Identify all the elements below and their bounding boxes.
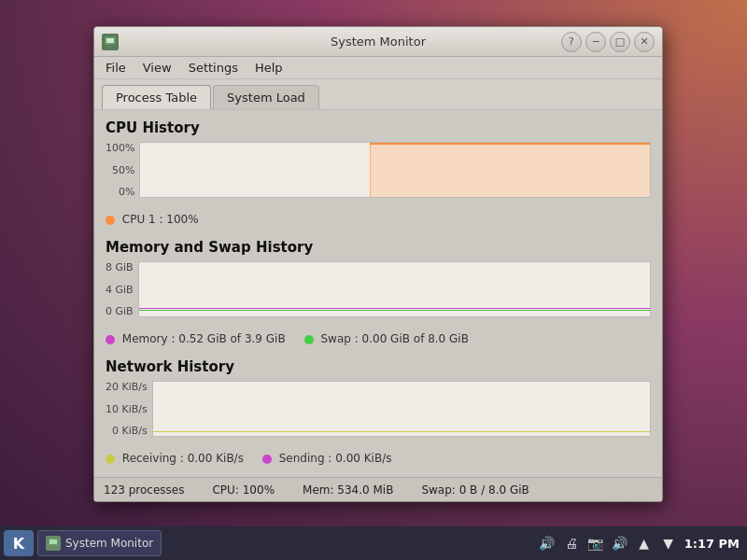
taskbar-time: 1:17 PM [684, 537, 740, 551]
svg-rect-4 [49, 539, 57, 544]
start-button[interactable]: K [4, 530, 34, 556]
menubar: File View Settings Help [94, 57, 662, 79]
net-section-title: Network History [106, 358, 651, 375]
cpu-chart-labels: 100% 50% 0% [106, 142, 139, 198]
net-recv-line [153, 431, 650, 432]
cpu-legend-dot-0 [106, 216, 115, 225]
mem-chart [138, 261, 651, 317]
taskbar-audio-icon[interactable]: 🔊 [612, 535, 628, 552]
mem-legend-item-1: Swap : 0.00 GiB of 8.0 GiB [304, 332, 469, 345]
content-area: CPU History 100% 50% 0% CPU 1 : 100% [94, 109, 662, 477]
svg-rect-1 [106, 38, 114, 43]
cpu-legend-text-0: CPU 1 : 100% [122, 213, 199, 226]
menu-view[interactable]: View [135, 59, 179, 77]
mem-legend-dot-1 [304, 335, 314, 344]
window-title: System Monitor [331, 35, 426, 49]
net-label-10: 10 KiB/s [106, 403, 148, 415]
net-legend: Receiving : 0.00 KiB/s Sending : 0.00 Ki… [106, 452, 651, 465]
taskbar-up-icon[interactable]: ▲ [636, 535, 653, 552]
mem-chart-labels: 8 GiB 4 GiB 0 GiB [106, 261, 138, 317]
help-button[interactable]: ? [561, 32, 582, 52]
maximize-button[interactable]: □ [610, 32, 630, 52]
mem-legend-text-1: Swap : 0.00 GiB of 8.0 GiB [321, 332, 469, 345]
cpu-label-0: 0% [106, 186, 134, 198]
cpu-legend-item-0: CPU 1 : 100% [106, 213, 199, 226]
statusbar: 123 processes CPU: 100% Mem: 534.0 MiB S… [94, 477, 662, 501]
net-chart-labels: 20 KiB/s 10 KiB/s 0 KiB/s [106, 381, 152, 437]
mem-label-8gib: 8 GiB [106, 261, 134, 273]
status-processes: 123 processes [104, 483, 184, 497]
tab-process-table[interactable]: Process Table [102, 85, 211, 109]
menu-file[interactable]: File [98, 59, 134, 77]
mem-legend-item-0: Memory : 0.52 GiB of 3.9 GiB [106, 332, 286, 345]
taskbar-app-label: System Monitor [65, 537, 153, 550]
mem-chart-container: 8 GiB 4 GiB 0 GiB [106, 261, 651, 317]
cpu-fill [370, 143, 650, 197]
status-mem: Mem: 534.0 MiB [303, 483, 393, 497]
taskbar-printer-icon[interactable]: 🖨 [563, 535, 580, 552]
main-window: System Monitor ? − □ ✕ File View Setting… [93, 26, 663, 502]
tab-system-load[interactable]: System Load [213, 85, 319, 109]
taskbar-app-icon [46, 536, 61, 551]
window-controls: ? − □ ✕ [561, 32, 655, 52]
net-legend-item-0: Receiving : 0.00 KiB/s [106, 452, 244, 465]
mem-label-0gib: 0 GiB [106, 305, 134, 317]
cpu-label-100: 100% [106, 142, 134, 154]
desktop: System Monitor ? − □ ✕ File View Setting… [0, 0, 747, 560]
menu-help[interactable]: Help [247, 59, 290, 77]
minimize-button[interactable]: − [585, 32, 606, 52]
mem-legend-text-0: Memory : 0.52 GiB of 3.9 GiB [122, 332, 286, 345]
status-swap: Swap: 0 B / 8.0 GiB [421, 483, 529, 497]
taskbar: K System Monitor 🔊 🖨 📷 🔊 ▲ ▼ 1:17 PM [0, 526, 747, 560]
taskbar-right: 🔊 🖨 📷 🔊 ▲ ▼ 1:17 PM [539, 535, 743, 552]
net-legend-dot-0 [106, 455, 115, 464]
net-label-20: 20 KiB/s [106, 381, 148, 393]
cpu-section-title: CPU History [106, 119, 651, 136]
mem-legend: Memory : 0.52 GiB of 3.9 GiB Swap : 0.00… [106, 332, 651, 345]
cpu-line [370, 143, 650, 145]
swap-line [139, 310, 650, 311]
net-legend-dot-1 [262, 455, 272, 464]
net-chart-container: 20 KiB/s 10 KiB/s 0 KiB/s [106, 381, 651, 437]
taskbar-app-sysmon[interactable]: System Monitor [37, 530, 162, 556]
cpu-legend: CPU 1 : 100% [106, 213, 651, 226]
window-icon [102, 34, 119, 50]
mem-legend-dot-0 [106, 335, 115, 344]
net-legend-text-1: Sending : 0.00 KiB/s [279, 452, 392, 465]
taskbar-volume-icon[interactable]: 🔊 [539, 535, 556, 552]
net-label-0: 0 KiB/s [106, 425, 148, 437]
net-chart [152, 381, 651, 437]
cpu-chart [139, 142, 651, 198]
close-button[interactable]: ✕ [634, 32, 655, 52]
mem-section-title: Memory and Swap History [106, 239, 651, 256]
svg-rect-2 [107, 46, 113, 48]
taskbar-down-icon[interactable]: ▼ [660, 535, 677, 552]
cpu-label-50: 50% [106, 164, 134, 176]
cpu-chart-container: 100% 50% 0% [106, 142, 651, 198]
tab-bar: Process Table System Load [94, 79, 662, 109]
menu-settings[interactable]: Settings [181, 59, 246, 77]
taskbar-camera-icon[interactable]: 📷 [587, 535, 604, 552]
status-cpu: CPU: 100% [212, 483, 275, 497]
mem-line [139, 308, 650, 309]
net-legend-text-0: Receiving : 0.00 KiB/s [122, 452, 244, 465]
mem-label-4gib: 4 GiB [106, 284, 134, 296]
net-legend-item-1: Sending : 0.00 KiB/s [262, 452, 392, 465]
titlebar: System Monitor ? − □ ✕ [94, 27, 662, 57]
